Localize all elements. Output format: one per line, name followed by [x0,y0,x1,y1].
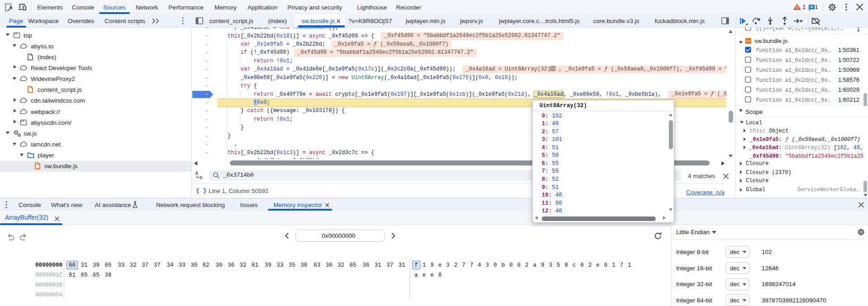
svg-text:B: B [200,175,203,179]
svg-text:A: A [195,171,198,176]
